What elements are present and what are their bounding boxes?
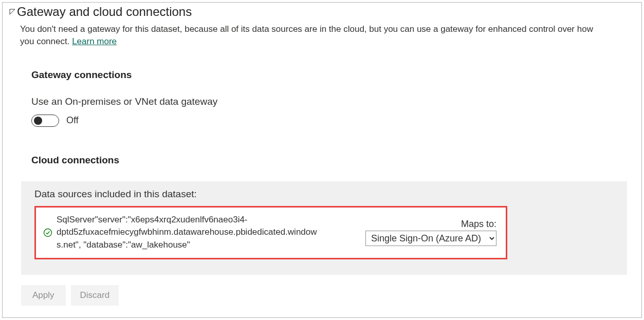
gateway-toggle-label: Use an On-premises or VNet data gateway	[3, 85, 641, 112]
gateway-cloud-panel: Gateway and cloud connections You don't …	[2, 2, 642, 318]
apply-button[interactable]: Apply	[21, 285, 66, 306]
gateway-toggle[interactable]	[31, 115, 59, 127]
learn-more-link[interactable]: Learn more	[72, 36, 117, 46]
datasource-text: SqlServer"server":"x6eps4xrq2xudenlfv6na…	[57, 214, 319, 252]
section-title: Gateway and cloud connections	[17, 5, 192, 19]
gateway-connections-heading: Gateway connections	[3, 52, 641, 85]
datasources-container: Data sources included in this dataset: S…	[21, 181, 627, 275]
maps-to-column: Maps to: Single Sign-On (Azure AD)	[365, 219, 499, 246]
section-description: You don't need a gateway for this datase…	[3, 20, 619, 52]
maps-to-select[interactable]: Single Sign-On (Azure AD)	[365, 231, 496, 246]
collapse-triangle-icon[interactable]	[9, 8, 16, 15]
action-buttons: Apply Discard	[3, 275, 641, 306]
svg-point-0	[44, 229, 52, 236]
gateway-toggle-row: Off	[3, 112, 641, 127]
datasources-included-label: Data sources included in this dataset:	[34, 189, 614, 206]
datasource-card: SqlServer"server":"x6eps4xrq2xudenlfv6na…	[34, 206, 507, 259]
cloud-connections-heading: Cloud connections	[3, 127, 641, 175]
discard-button[interactable]: Discard	[71, 285, 119, 306]
success-check-icon	[43, 228, 52, 237]
gateway-toggle-state: Off	[66, 115, 79, 126]
section-header[interactable]: Gateway and cloud connections	[3, 3, 641, 20]
toggle-knob	[34, 117, 42, 125]
maps-to-label: Maps to:	[461, 219, 496, 230]
